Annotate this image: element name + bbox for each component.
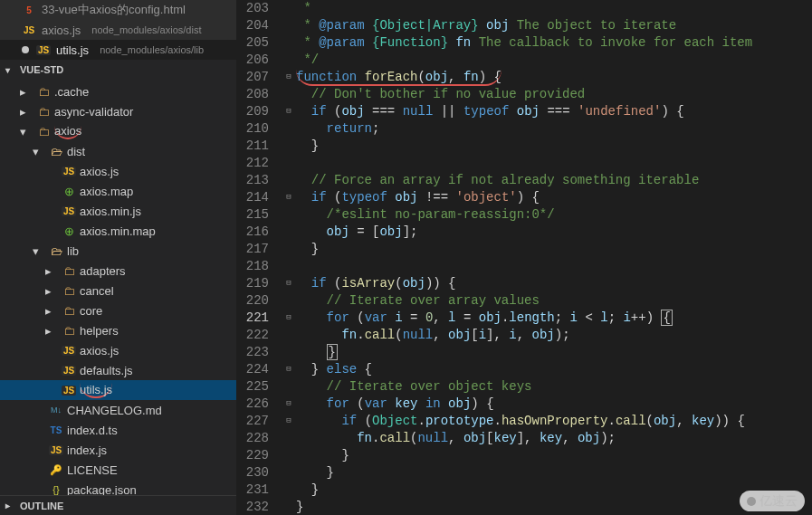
tree-item-axios[interactable]: ▾🗀axios (0, 121, 236, 141)
fold-toggle-icon[interactable]: ⊟ (282, 103, 296, 120)
line-number: 206 (236, 52, 269, 69)
fold-toggle-icon[interactable]: ⊟ (282, 396, 296, 413)
code-line[interactable]: */ (296, 52, 812, 69)
tree-item-axios-map[interactable]: ⊕axios.map (0, 181, 236, 201)
line-number: 215 (236, 206, 269, 224)
code-editor[interactable]: 2032042052062072082092102112122132142152… (236, 0, 812, 515)
editor-tab[interactable]: JSaxios.jsnode_modules/axios/dist (0, 20, 236, 40)
code-line[interactable]: } (296, 499, 812, 515)
folder-open-icon: 🗁 (49, 244, 63, 258)
line-number: 209 (236, 103, 269, 120)
code-line[interactable]: // Don't bother if no value provided (296, 86, 812, 103)
code-line[interactable]: /*eslint no-param-reassign:0*/ (296, 206, 812, 224)
chevron-down-icon[interactable]: ▾ (33, 244, 45, 258)
tree-item-changelog-md[interactable]: M↓CHANGELOG.md (0, 400, 236, 420)
tree-item-axios-min-js[interactable]: JSaxios.min.js (0, 201, 236, 221)
tree-item-dist[interactable]: ▾🗁dist (0, 141, 236, 161)
fold-spacer (282, 258, 296, 275)
line-number: 204 (236, 17, 269, 34)
code-line[interactable]: } else { (296, 361, 812, 378)
tree-item-helpers[interactable]: ▸🗀helpers (0, 320, 236, 340)
code-line[interactable]: fn.call(null, obj[i], i, obj); (296, 327, 812, 344)
editor-tab[interactable]: JSutils.jsnode_modules/axios/lib (0, 40, 236, 60)
tree-item-lib[interactable]: ▾🗁lib (0, 241, 236, 261)
tree-item-label: index.d.ts (67, 424, 118, 437)
tree-item-label: axios.map (80, 185, 133, 198)
chevron-right-icon[interactable]: ▸ (45, 264, 58, 278)
tree-item-label: axios (54, 124, 81, 139)
chevron-right-icon[interactable]: ▸ (20, 105, 33, 119)
tree-item-label: core (80, 304, 102, 318)
code-line[interactable]: } (296, 138, 812, 155)
code-line[interactable]: if (typeof obj !== 'object') { (296, 189, 812, 206)
fold-toggle-icon[interactable]: ⊟ (282, 69, 296, 86)
code-line[interactable]: obj = [obj]; (296, 224, 812, 241)
code-line[interactable]: } (296, 464, 812, 482)
code-line[interactable]: for (var key in obj) { (296, 396, 812, 413)
code-line[interactable]: if (obj === null || typeof obj === 'unde… (296, 103, 812, 120)
fold-toggle-icon[interactable]: ⊟ (282, 413, 296, 430)
line-number: 227 (236, 413, 269, 430)
tree-item-axios-js[interactable]: JSaxios.js (0, 161, 236, 181)
line-number: 212 (236, 155, 269, 172)
tree-item-axios-js[interactable]: JSaxios.js (0, 340, 236, 360)
js-file-icon: JS (62, 386, 76, 396)
code-line[interactable]: * (296, 0, 812, 17)
code-line[interactable] (296, 155, 812, 172)
fold-toggle-icon[interactable]: ⊟ (282, 275, 296, 292)
map-file-icon: ⊕ (62, 224, 76, 238)
folder-open-icon: 🗁 (49, 145, 63, 158)
code-line[interactable]: return; (296, 120, 812, 138)
tree-item-package-json[interactable]: {}package.json (0, 480, 236, 495)
outline-section-header[interactable]: ▸ OUTLINE (0, 495, 236, 515)
code-line[interactable]: // Iterate over array values (296, 292, 812, 310)
tree-item-label: package.json (67, 483, 137, 496)
chevron-right-icon[interactable]: ▸ (45, 304, 58, 318)
code-content[interactable]: * * @param {Object|Array} obj The object… (296, 0, 812, 515)
tree-item-axios-min-map[interactable]: ⊕axios.min.map (0, 221, 236, 241)
tree-item-label: helpers (80, 324, 119, 338)
tree-item-cancel[interactable]: ▸🗀cancel (0, 281, 236, 300)
tree-item-async-validator[interactable]: ▸🗀async-validator (0, 101, 236, 121)
chevron-down-icon[interactable]: ▾ (33, 145, 45, 158)
tree-item-index-d-ts[interactable]: TSindex.d.ts (0, 420, 236, 440)
tree-item-license[interactable]: 🔑LICENSE (0, 460, 236, 480)
chevron-right-icon[interactable]: ▸ (45, 284, 58, 298)
line-number: 208 (236, 86, 269, 103)
code-line[interactable]: * @param {Object|Array} obj The object t… (296, 17, 812, 34)
fold-gutter[interactable]: ⊟⊟⊟⊟⊟⊟⊟⊟ (282, 0, 296, 515)
fold-spacer (282, 206, 296, 224)
code-line[interactable]: fn.call(null, obj[key], key, obj); (296, 430, 812, 447)
code-line[interactable]: function forEach(obj, fn) { (296, 69, 812, 86)
fold-spacer (282, 52, 296, 69)
code-line[interactable]: } (296, 482, 812, 499)
tree-item-defaults-js[interactable]: JSdefaults.js (0, 360, 236, 380)
code-line[interactable]: for (var i = 0, l = obj.length; i < l; i… (296, 310, 812, 327)
code-line[interactable]: } (296, 344, 812, 361)
js-file-icon: JS (62, 366, 76, 376)
code-line[interactable]: * @param {Function} fn The callback to i… (296, 34, 812, 52)
code-line[interactable]: if (Object.prototype.hasOwnProperty.call… (296, 413, 812, 430)
tree-item-core[interactable]: ▸🗀core (0, 300, 236, 320)
code-line[interactable]: // Iterate over object keys (296, 378, 812, 396)
chevron-right-icon[interactable]: ▸ (20, 85, 33, 99)
code-line[interactable] (296, 258, 812, 275)
tree-item-index-js[interactable]: JSindex.js (0, 440, 236, 460)
fold-toggle-icon[interactable]: ⊟ (282, 189, 296, 206)
explorer-section-header[interactable]: ▾ VUE-STD (0, 60, 236, 80)
line-number: 211 (236, 138, 269, 155)
code-line[interactable]: if (isArray(obj)) { (296, 275, 812, 292)
tree-item--cache[interactable]: ▸🗀.cache (0, 81, 236, 101)
code-line[interactable]: } (296, 447, 812, 464)
code-line[interactable]: } (296, 241, 812, 258)
html-file-icon: 5 (22, 5, 36, 15)
tree-item-utils-js[interactable]: JSutils.js (0, 380, 236, 400)
tree-item-adapters[interactable]: ▸🗀adapters (0, 261, 236, 281)
code-line[interactable]: // Force an array if not already somethi… (296, 172, 812, 189)
editor-tab[interactable]: 533-vue中axios的config.html (0, 0, 236, 20)
file-tree[interactable]: ▸🗀.cache▸🗀async-validator▾🗀axios▾🗁distJS… (0, 80, 236, 495)
chevron-right-icon[interactable]: ▸ (45, 324, 58, 338)
fold-toggle-icon[interactable]: ⊟ (282, 310, 296, 327)
chevron-down-icon[interactable]: ▾ (20, 125, 33, 138)
fold-toggle-icon[interactable]: ⊟ (282, 361, 296, 378)
